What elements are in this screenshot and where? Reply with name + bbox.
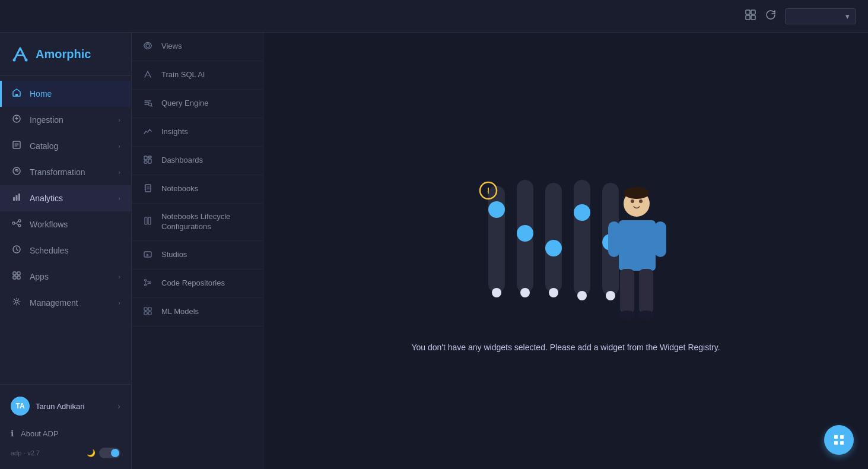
sub-nav-insights[interactable]: Insights xyxy=(132,118,263,147)
svg-point-21 xyxy=(15,300,18,303)
svg-point-63 xyxy=(638,310,654,320)
theme-toggle[interactable]: 🌙 xyxy=(87,448,120,458)
svg-point-22 xyxy=(146,44,150,47)
about-label: About ADP xyxy=(21,429,59,438)
sidebar-nav: Home Ingestion › xyxy=(0,76,131,384)
svg-point-65 xyxy=(639,199,643,203)
svg-rect-19 xyxy=(13,276,16,279)
topbar: ▾ xyxy=(0,0,868,33)
management-label: Management xyxy=(30,298,111,308)
svg-rect-60 xyxy=(620,269,634,313)
svg-rect-26 xyxy=(148,159,151,163)
svg-rect-67 xyxy=(834,435,838,439)
insights-label: Insights xyxy=(161,127,188,137)
svg-point-13 xyxy=(12,222,15,224)
toggle-thumb xyxy=(111,449,119,457)
schedules-icon xyxy=(11,245,23,256)
apps-icon xyxy=(11,271,23,283)
user-section[interactable]: TA Tarun Adhikari › xyxy=(0,389,131,423)
svg-rect-50 xyxy=(574,180,590,296)
fab-button[interactable] xyxy=(824,425,854,455)
svg-rect-24 xyxy=(144,156,147,160)
svg-rect-3 xyxy=(751,15,755,20)
sub-nav-query-engine[interactable]: Query Engine xyxy=(132,90,263,118)
svg-rect-70 xyxy=(840,441,844,445)
sidebar: Amorphic Home xyxy=(0,33,132,469)
query-engine-icon xyxy=(141,98,154,109)
workflows-label: Workflows xyxy=(30,220,120,229)
views-icon xyxy=(141,41,154,52)
analytics-chevron: › xyxy=(118,195,120,202)
sub-nav-notebooks[interactable]: Notebooks xyxy=(132,175,263,204)
insights-icon xyxy=(141,126,154,138)
views-label: Views xyxy=(161,42,182,52)
sidebar-item-ingestion[interactable]: Ingestion › xyxy=(0,107,131,133)
sub-nav-dashboards[interactable]: Dashboards xyxy=(132,147,263,175)
svg-point-40 xyxy=(488,201,505,218)
svg-rect-37 xyxy=(144,312,147,315)
main-layout: Amorphic Home xyxy=(0,33,868,469)
catalog-label: Catalog xyxy=(30,141,111,151)
svg-rect-61 xyxy=(639,269,653,313)
about-adp[interactable]: ℹ About ADP xyxy=(0,423,131,444)
train-sql-ai-icon xyxy=(141,69,154,81)
widget-illustration: ! xyxy=(411,150,720,352)
moon-icon: 🌙 xyxy=(87,449,96,457)
topbar-icons: ▾ xyxy=(745,8,856,24)
content-area: ! xyxy=(263,33,868,469)
fab-icon xyxy=(832,433,846,447)
sub-nav-code-repositories[interactable]: Code Repositories xyxy=(132,270,263,298)
svg-rect-35 xyxy=(144,308,147,310)
svg-point-4 xyxy=(13,59,16,62)
ml-models-label: ML Models xyxy=(161,307,199,317)
svg-rect-6 xyxy=(15,94,18,96)
studios-label: Studios xyxy=(161,250,187,260)
svg-rect-27 xyxy=(144,161,147,163)
dashboards-icon xyxy=(141,155,154,166)
code-repositories-icon xyxy=(141,278,154,289)
sub-nav-views[interactable]: Views xyxy=(132,33,263,61)
svg-point-49 xyxy=(549,288,558,297)
analytics-label: Analytics xyxy=(30,194,111,203)
sidebar-item-transformation[interactable]: Transformation › xyxy=(0,159,131,185)
user-avatar: TA xyxy=(11,397,30,416)
workflows-icon xyxy=(11,218,23,230)
notebooks-icon xyxy=(141,183,154,195)
svg-rect-17 xyxy=(13,272,16,275)
catalog-chevron: › xyxy=(118,142,120,150)
topbar-dropdown[interactable]: ▾ xyxy=(785,8,856,24)
transformation-chevron: › xyxy=(118,169,120,176)
sidebar-item-workflows[interactable]: Workflows xyxy=(0,211,131,237)
lifecycle-icon xyxy=(141,216,154,227)
svg-rect-20 xyxy=(17,276,20,279)
sub-nav-train-sql-ai[interactable]: Train SQL AI xyxy=(132,61,263,90)
svg-point-55 xyxy=(606,291,615,300)
svg-rect-0 xyxy=(746,10,750,14)
sub-nav-ml-models[interactable]: ML Models xyxy=(132,298,263,327)
sidebar-item-management[interactable]: Management › xyxy=(0,290,131,316)
svg-rect-38 xyxy=(148,312,151,315)
sidebar-item-schedules[interactable]: Schedules xyxy=(0,237,131,264)
sub-sidebar: Views Train SQL AI Query Engine xyxy=(132,33,263,469)
sidebar-item-apps[interactable]: Apps › xyxy=(0,264,131,290)
empty-message: You don't have any widgets selected. Ple… xyxy=(411,343,720,352)
ingestion-label: Ingestion xyxy=(30,115,111,125)
sidebar-item-home[interactable]: Home xyxy=(0,81,131,107)
sub-nav-notebooks-lifecycle[interactable]: Notebooks Lifecycle Configurations xyxy=(132,204,263,241)
svg-rect-47 xyxy=(545,183,562,293)
svg-point-5 xyxy=(25,59,28,62)
refresh-icon[interactable] xyxy=(765,9,777,24)
transformation-icon xyxy=(11,166,23,178)
ingestion-chevron: › xyxy=(118,116,120,123)
toggle-track[interactable] xyxy=(99,448,120,458)
svg-rect-36 xyxy=(148,308,151,310)
sidebar-item-analytics[interactable]: Analytics › xyxy=(0,185,131,211)
schedules-label: Schedules xyxy=(30,246,120,255)
home-label: Home xyxy=(30,89,120,99)
layout-icon[interactable] xyxy=(745,9,756,24)
sub-nav-studios[interactable]: Studios xyxy=(132,241,263,270)
svg-point-52 xyxy=(577,291,587,300)
user-name: Tarun Adhikari xyxy=(36,402,112,411)
svg-point-45 xyxy=(517,225,533,242)
sidebar-item-catalog[interactable]: Catalog › xyxy=(0,133,131,159)
